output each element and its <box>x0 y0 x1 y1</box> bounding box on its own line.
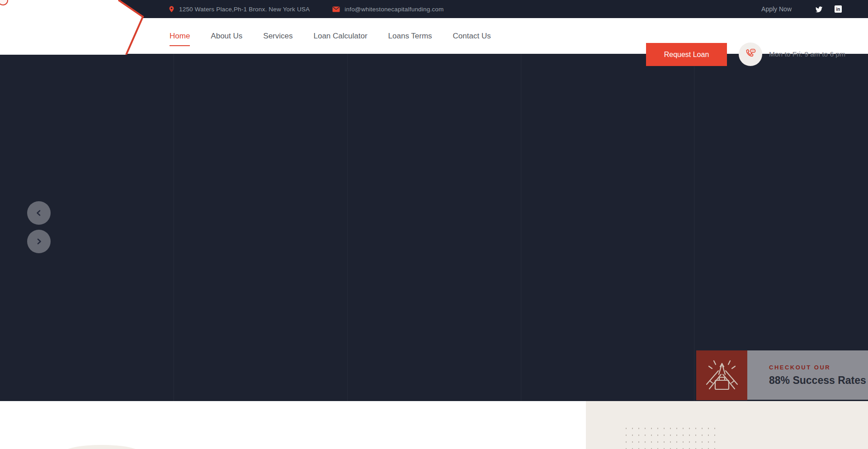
phone-badge <box>739 43 762 66</box>
success-badge-icon-box <box>696 350 747 400</box>
email-group[interactable]: info@whitestonecapitalfunding.com <box>332 6 443 13</box>
hero-column-guide <box>521 54 521 401</box>
slider-prev-button[interactable] <box>27 201 51 225</box>
apply-now-link[interactable]: Apply Now <box>761 5 792 13</box>
business-hours-text: Mon to Fri: 9 am to 6 pm <box>769 36 845 72</box>
request-loan-button[interactable]: Request Loan <box>646 43 727 66</box>
slider-next-button[interactable] <box>27 230 51 253</box>
nav-item-loan-calculator[interactable]: Loan Calculator <box>313 29 367 43</box>
chevron-right-icon <box>35 237 43 246</box>
hero-column-guide <box>174 54 174 401</box>
hero-slider <box>0 54 868 401</box>
nav-item-contact-us[interactable]: Contact Us <box>453 29 491 43</box>
nav-item-loans-terms[interactable]: Loans Terms <box>388 29 432 43</box>
nav-item-about-us[interactable]: About Us <box>211 29 242 43</box>
success-badge-title: 88% Success Rates <box>769 374 868 387</box>
success-badge-panel: CHECKOUT OUR 88% Success Rates <box>747 350 868 400</box>
team-success-icon <box>703 356 741 394</box>
phone-chat-icon <box>744 48 757 61</box>
envelope-icon <box>332 6 340 12</box>
decorative-dot-grid <box>623 425 719 449</box>
email-text[interactable]: info@whitestonecapitalfunding.com <box>344 6 443 13</box>
success-badge-kicker: CHECKOUT OUR <box>769 364 868 371</box>
social-links: in <box>815 5 842 13</box>
decorative-shape <box>63 445 140 449</box>
contact-info-group: 1250 Waters Place,Ph-1 Bronx. New York U… <box>169 0 443 18</box>
nav-item-home[interactable]: Home <box>170 29 190 43</box>
footer-beige-panel <box>586 401 868 449</box>
hero-column-guide <box>347 54 348 401</box>
hero-column-guide <box>694 54 694 401</box>
nav-item-services[interactable]: Services <box>263 29 292 43</box>
page-root: 1250 Waters Place,Ph-1 Bronx. New York U… <box>0 0 868 449</box>
location-pin-icon <box>169 5 175 13</box>
nav-links: Home About Us Services Loan Calculator L… <box>170 18 491 54</box>
topbar-right-group: Apply Now in <box>761 0 842 18</box>
logo-flag-shape <box>0 0 149 55</box>
linkedin-icon[interactable]: in <box>835 5 842 13</box>
twitter-icon[interactable] <box>815 6 823 13</box>
chevron-left-icon <box>35 209 43 217</box>
address-text: 1250 Waters Place,Ph-1 Bronx. New York U… <box>179 6 310 13</box>
